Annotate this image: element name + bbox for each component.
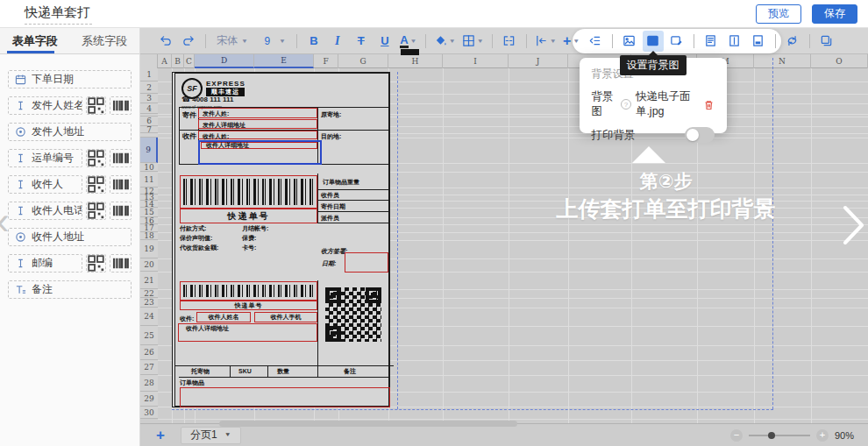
tab-system-fields[interactable]: 系统字段 (70, 28, 140, 53)
row-header-21[interactable]: 21 (140, 272, 158, 289)
field-收件人[interactable]: 收件人 (8, 175, 82, 194)
insert-button[interactable]: +▼ (561, 31, 582, 52)
placed-field-box[interactable]: 收件人姓名 (196, 312, 251, 322)
barcode-field[interactable] (180, 175, 317, 209)
zoom-out-button[interactable]: − (730, 429, 743, 442)
zoom-slider[interactable] (749, 435, 810, 436)
grid-corner[interactable] (140, 54, 158, 68)
row-header-30[interactable]: 30 (140, 407, 158, 419)
footer-settings-button[interactable] (748, 31, 769, 52)
align-button[interactable]: ▼ (533, 31, 559, 52)
undo-button[interactable] (154, 31, 175, 52)
row-header-19[interactable]: 19 (140, 240, 158, 258)
insert-image-button[interactable] (619, 31, 640, 52)
waybill-background-image[interactable]: SFEXPRESS顺丰速运☎ 4008 111 111www.sf-expres… (172, 72, 390, 407)
row-header-3[interactable]: 3 (140, 94, 158, 103)
placed-field-box[interactable] (180, 387, 390, 407)
column-header-E[interactable]: E (254, 54, 314, 68)
zoom-slider-knob[interactable] (768, 432, 775, 439)
placed-field-box[interactable]: 收件人手机 (254, 312, 317, 322)
row-header-10[interactable]: 10 (140, 163, 158, 172)
column-header-B[interactable]: B (172, 54, 184, 68)
bold-button[interactable]: B (303, 31, 324, 52)
field-发件人地址[interactable]: 发件人地址 (8, 123, 132, 141)
row-header-29[interactable]: 29 (140, 392, 158, 407)
column-header-D[interactable]: D (195, 54, 254, 68)
column-header-A[interactable]: A (158, 54, 172, 68)
horizontal-scrollbar[interactable] (219, 421, 517, 427)
placed-field-box[interactable] (345, 252, 388, 273)
row-header-9[interactable]: 9 (140, 138, 158, 163)
copy-button[interactable] (816, 31, 837, 52)
column-header-G[interactable]: G (338, 54, 388, 68)
row-header-14[interactable]: 14 (140, 201, 158, 208)
row-header-20[interactable]: 20 (140, 258, 158, 272)
placed-field-box[interactable]: 快递单号 (180, 209, 317, 223)
column-header-O[interactable]: O (811, 54, 868, 68)
zoom-in-button[interactable]: + (816, 429, 829, 442)
row-header-27[interactable]: 27 (140, 360, 158, 375)
page-tab[interactable]: 分页1 ▼ (181, 427, 241, 444)
row-header-2[interactable]: 2 (140, 81, 158, 94)
placed-field-box[interactable]: 快递单号 (180, 301, 317, 310)
add-page-button[interactable]: + (151, 427, 170, 444)
field-备注[interactable]: 备注 (8, 280, 132, 299)
row-header-7[interactable]: 7 (140, 126, 158, 133)
qr-code-icon[interactable] (86, 96, 106, 115)
qr-code-icon[interactable] (86, 254, 106, 273)
print-background-toggle[interactable] (685, 127, 715, 143)
field-收件人电话[interactable]: 收件人电话 (8, 202, 82, 220)
font-family-select[interactable]: 宋体▼ (212, 31, 253, 52)
background-file-link[interactable]: 快递电子面单.jpg (636, 89, 699, 119)
placed-field-box[interactable]: 收件人姓: (198, 131, 317, 139)
underline-button[interactable]: U (374, 31, 395, 52)
field-运单编号[interactable]: 运单编号 (8, 149, 82, 167)
row-header-4[interactable]: 4 (140, 103, 158, 114)
save-button[interactable]: 保存 (812, 4, 857, 24)
qr-code-icon[interactable] (86, 149, 106, 167)
qr-code-icon[interactable] (86, 202, 106, 220)
field-收件人地址[interactable]: 收件人地址 (8, 228, 132, 246)
font-color-button[interactable]: A▼ (398, 31, 419, 52)
row-col-settings-button[interactable] (585, 31, 606, 52)
header-settings-button[interactable] (701, 31, 722, 52)
italic-button[interactable]: I (327, 31, 348, 52)
row-header-24[interactable]: 24 (140, 308, 158, 326)
barcode-icon[interactable] (110, 96, 132, 115)
row-header-23[interactable]: 23 (140, 298, 158, 308)
delete-background-icon[interactable] (703, 99, 715, 110)
barcode-icon[interactable] (110, 149, 132, 167)
preview-button[interactable]: 预览 (756, 4, 801, 24)
barcode-icon[interactable] (110, 202, 132, 220)
field-邮编[interactable]: 邮编 (8, 254, 82, 273)
row-header-18[interactable]: 18 (140, 232, 158, 240)
barcode-icon[interactable] (110, 254, 132, 273)
column-header-F[interactable]: F (314, 54, 338, 68)
barcode-icon[interactable] (110, 175, 132, 194)
design-canvas[interactable]: ABCDEFGHIJKLMNO1234679101112131415161718… (140, 54, 868, 423)
field-发件人姓名[interactable]: 发件人姓名 (8, 96, 82, 115)
row-header-11[interactable]: 11 (140, 172, 158, 188)
page-split-button[interactable] (724, 31, 745, 52)
row-header-22[interactable]: 22 (140, 289, 158, 298)
edit-background-button[interactable] (666, 31, 687, 52)
font-size-select[interactable]: 9▼ (255, 31, 290, 52)
field-下单日期[interactable]: 下单日期 (8, 70, 132, 88)
row-header-25[interactable]: 25 (140, 326, 158, 345)
column-header-J[interactable]: J (509, 54, 568, 68)
merge-cells-button[interactable] (499, 31, 520, 52)
qr-code-icon[interactable] (86, 175, 106, 194)
column-header-C[interactable]: C (184, 54, 195, 68)
row-header-1[interactable]: 1 (140, 68, 158, 81)
row-header-26[interactable]: 26 (140, 345, 158, 360)
redo-button[interactable] (178, 31, 199, 52)
tab-form-fields[interactable]: 表单字段 (0, 28, 70, 53)
sidebar-collapse-handle[interactable]: ‹ (0, 203, 10, 238)
row-header-28[interactable]: 28 (140, 375, 158, 392)
column-header-I[interactable]: I (443, 54, 509, 68)
strikethrough-button[interactable]: T (351, 31, 372, 52)
placed-field-box[interactable]: 发件人详细地址 (198, 119, 317, 129)
fill-color-button[interactable]: ▼ (432, 31, 458, 52)
refresh-button[interactable] (782, 31, 803, 52)
next-step-chevron[interactable] (843, 205, 865, 248)
